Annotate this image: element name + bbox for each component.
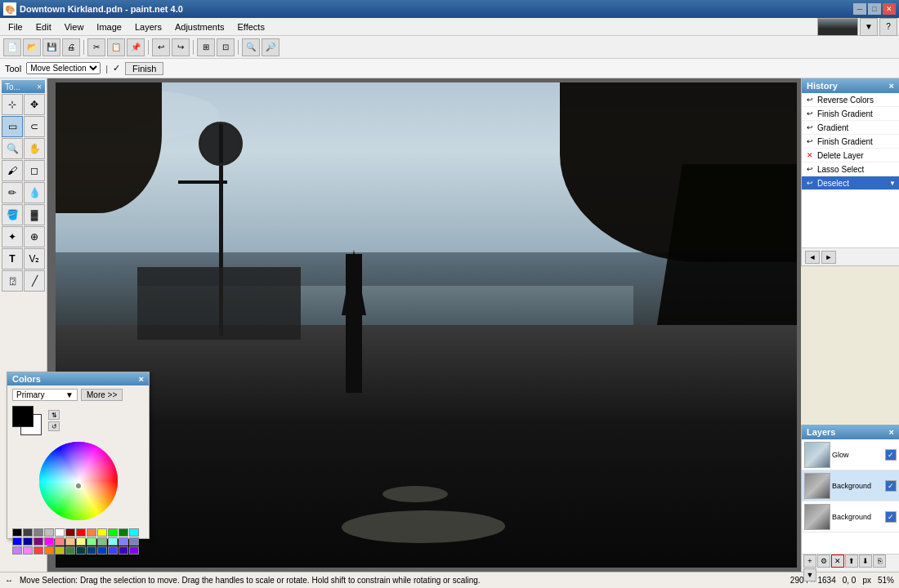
palette-color[interactable] [55,546,65,555]
toolbar-expand[interactable]: ▼ [860,18,878,36]
tb-new[interactable]: 📄 [3,38,21,56]
palette-color[interactable] [34,537,43,546]
layer-duplicate-button[interactable]: ⎘ [873,555,886,568]
palette-color[interactable] [55,537,65,546]
tb-open[interactable]: 📂 [23,38,41,56]
colors-mode-dropdown[interactable]: Primary ▼ [12,389,78,401]
tool-clone-stamp[interactable]: ✦ [2,226,23,247]
canvas-image[interactable] [56,82,797,568]
close-button[interactable]: ✕ [883,3,896,15]
maximize-button[interactable]: □ [868,3,881,15]
minimize-button[interactable]: ─ [853,3,866,15]
window-controls[interactable]: ─ □ ✕ [853,3,896,15]
tb-zoom-out[interactable]: 🔍 [242,38,260,56]
layer-delete-button[interactable]: ✕ [831,555,844,568]
palette-color[interactable] [34,546,43,555]
layers-list[interactable]: Glow ✓ Background ✓ Background ✓ [802,439,899,554]
palette-color[interactable] [55,528,65,537]
tools-panel-close[interactable]: × [37,82,42,91]
palette-color[interactable] [76,537,86,546]
history-list[interactable]: ↩ Reverse Colors ↩ Finish Gradient ↩ Gra… [802,93,899,247]
tb-redo[interactable]: ↪ [172,38,190,56]
tb-paste[interactable]: 📌 [127,38,145,56]
tool-zoom[interactable]: 🔍 [2,138,23,159]
toolbar-help[interactable]: ? [879,18,897,36]
toolbar-thumbnail[interactable] [817,18,858,36]
color-wheel-container[interactable] [7,437,149,525]
menu-file[interactable]: File [2,20,29,33]
reset-colors-button[interactable]: ↺ [48,421,60,431]
palette-color[interactable] [44,546,54,555]
palette-color[interactable] [44,528,54,537]
palette-color[interactable] [23,537,33,546]
menu-adjustments[interactable]: Adjustments [168,20,231,33]
palette-color[interactable] [12,546,22,555]
palette-color[interactable] [76,528,86,537]
layer-visibility-1[interactable]: ✓ [885,480,897,492]
tool-color-picker[interactable]: 💧 [24,182,45,203]
palette-color[interactable] [108,537,118,546]
menu-image[interactable]: Image [90,20,128,33]
palette-color[interactable] [87,528,96,537]
palette-color[interactable] [87,537,96,546]
palette-color[interactable] [97,546,107,555]
tool-paint-bucket[interactable]: 🪣 [2,204,23,225]
layer-merge-button[interactable]: ▼ [803,568,816,581]
layer-item-0[interactable]: Glow ✓ [802,439,899,470]
tb-select-all[interactable]: ⊞ [197,38,215,56]
palette-color[interactable] [129,546,139,555]
palette-color[interactable] [44,537,54,546]
tool-eraser[interactable]: ◻ [24,160,45,181]
menu-effects[interactable]: Effects [231,20,271,33]
tool-lasso-select[interactable]: ⊂ [24,116,45,137]
tool-text[interactable]: T [2,248,23,270]
swap-colors-button[interactable]: ⇅ [48,410,60,420]
palette-color[interactable] [34,528,43,537]
tool-gradient[interactable]: ▓ [24,204,45,225]
palette-color[interactable] [65,528,75,537]
history-item-4[interactable]: ✕ Delete Layer [802,149,899,163]
history-item-1[interactable]: ↩ Finish Gradient [802,107,899,121]
tb-print[interactable]: 🖨 [62,38,80,56]
history-item-6[interactable]: ↩ Deselect ▼ [802,176,899,190]
tb-zoom-in[interactable]: 🔎 [262,38,280,56]
palette-color[interactable] [97,528,107,537]
palette-color[interactable] [108,546,118,555]
tool-pencil[interactable]: ✏ [2,182,23,203]
tool-pan[interactable]: ✋ [24,138,45,159]
tool-recolor[interactable]: ⊕ [24,226,45,247]
layer-item-2[interactable]: Background ✓ [802,501,899,532]
layer-properties-button[interactable]: ⚙ [817,555,830,568]
foreground-color-swatch[interactable] [12,406,34,427]
history-close-button[interactable]: × [889,81,894,91]
menu-view[interactable]: View [58,20,91,33]
tool-rectangle-select[interactable]: ▭ [2,116,23,137]
palette-color[interactable] [23,546,33,555]
history-item-2[interactable]: ↩ Gradient [802,121,899,135]
tb-save[interactable]: 💾 [42,38,60,56]
palette-color[interactable] [129,528,139,537]
layer-add-button[interactable]: + [803,555,816,568]
tool-paint-brush[interactable]: 🖌 [2,160,23,181]
menu-edit[interactable]: Edit [29,20,58,33]
colors-close-button[interactable]: × [139,374,144,384]
palette-color[interactable] [119,546,128,555]
tool-shapes[interactable]: ⍰ [2,270,23,292]
tb-copy[interactable]: 📋 [107,38,125,56]
tool-select[interactable]: Move Selection [26,62,101,74]
palette-color[interactable] [108,528,118,537]
palette-color[interactable] [65,537,75,546]
tool-move-selection[interactable]: ⊹ [2,94,23,115]
history-item-0[interactable]: ↩ Reverse Colors [802,93,899,107]
layer-move-down-button[interactable]: ⬇ [859,555,872,568]
palette-color[interactable] [87,546,96,555]
layers-close-button[interactable]: × [889,427,894,437]
tool-text-v2[interactable]: V₂ [24,248,45,270]
history-undo-button[interactable]: ◄ [805,251,820,264]
tool-move-pixels[interactable]: ✥ [24,94,45,115]
menu-layers[interactable]: Layers [128,20,168,33]
tb-cut[interactable]: ✂ [87,38,105,56]
colors-more-button[interactable]: More >> [81,389,123,401]
palette-color[interactable] [12,537,22,546]
history-redo-button[interactable]: ► [821,251,836,264]
